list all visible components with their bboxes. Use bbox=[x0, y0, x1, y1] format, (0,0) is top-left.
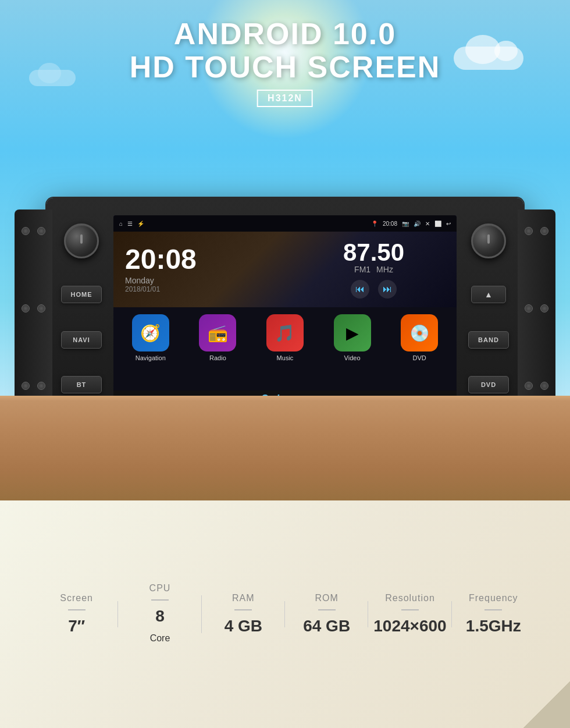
close-icon[interactable]: ✕ bbox=[425, 221, 430, 227]
eject-button[interactable]: ▲ bbox=[471, 286, 506, 303]
status-time: 20:08 bbox=[383, 221, 397, 227]
bracket-left bbox=[15, 209, 52, 407]
windows-icon[interactable]: ⬜ bbox=[434, 221, 441, 227]
radio-controls: ⏮ ⏭ bbox=[351, 280, 397, 299]
right-controls: ▲ BAND DVD bbox=[459, 198, 518, 419]
navi-btn-group: NAVI bbox=[61, 331, 102, 349]
radio-frequency: 87.50 bbox=[343, 240, 404, 265]
dvd-button[interactable]: DVD bbox=[468, 376, 509, 393]
back-icon[interactable]: ↩ bbox=[446, 221, 451, 227]
screen-content: 20:08 Monday 2018/01/01 87.50 FM1 MHz bbox=[113, 232, 457, 407]
navi-button[interactable]: NAVI bbox=[61, 331, 102, 349]
prev-button[interactable]: ⏮ bbox=[351, 280, 369, 299]
band-btn-group: BAND bbox=[468, 331, 509, 349]
spec-ram: RAM 4 GB bbox=[202, 593, 285, 636]
title-hd: HD TOUCH SCREEN bbox=[130, 51, 441, 84]
spec-divider bbox=[151, 599, 169, 601]
nav-label: Navigation bbox=[136, 354, 166, 361]
table-surface bbox=[0, 396, 570, 500]
spec-cpu-label: CPU bbox=[149, 583, 171, 594]
radio-band-info: FM1 MHz bbox=[354, 265, 393, 274]
left-controls: HOME NAVI BT bbox=[52, 198, 111, 419]
screen-area: ⌂ ☰ ⚡ 📍 20:08 📷 🔊 ✕ ⬜ ↩ bbox=[113, 215, 457, 407]
spec-divider bbox=[68, 609, 86, 610]
home-button[interactable]: HOME bbox=[61, 286, 102, 303]
app-radio[interactable]: 📻 Radio bbox=[199, 314, 236, 383]
bt-btn-group: BT bbox=[61, 376, 102, 393]
top-section: ANDROID 10.0 HD TOUCH SCREEN H312N bbox=[0, 0, 570, 500]
radio-icon: 📻 bbox=[199, 314, 236, 351]
cloud-1 bbox=[454, 47, 523, 70]
radio-band-label: FM1 bbox=[354, 265, 370, 274]
dvd-icon: 💿 bbox=[401, 314, 438, 351]
spec-rom-label: ROM bbox=[315, 593, 338, 603]
volume-icon[interactable]: 🔊 bbox=[414, 221, 421, 227]
specs-section: Screen 7″ CPU 8Core RAM 4 GB ROM 64 GB R… bbox=[0, 500, 570, 728]
bt-button[interactable]: BT bbox=[61, 376, 102, 393]
screw bbox=[525, 227, 533, 235]
right-knob[interactable] bbox=[471, 223, 506, 258]
screw bbox=[540, 304, 548, 312]
radio-section: 87.50 FM1 MHz ⏮ ⏭ bbox=[291, 232, 457, 307]
title-android: ANDROID 10.0 bbox=[130, 17, 441, 51]
band-button[interactable]: BAND bbox=[468, 331, 509, 349]
status-left: ⌂ ☰ ⚡ bbox=[119, 221, 144, 227]
home-btn-group: HOME bbox=[61, 286, 102, 303]
nav-icon: 🧭 bbox=[132, 314, 169, 351]
app-music[interactable]: 🎵 Music bbox=[266, 314, 304, 383]
video-label: Video bbox=[344, 354, 361, 361]
unit-body: HOME NAVI BT ▲ BAND DVD bbox=[47, 198, 523, 419]
spec-frequency-label: Frequency bbox=[469, 593, 518, 603]
location-icon: 📍 bbox=[371, 221, 378, 227]
spec-divider bbox=[401, 609, 419, 610]
screw bbox=[37, 304, 45, 312]
clock-radio-section: 20:08 Monday 2018/01/01 87.50 FM1 MHz bbox=[113, 232, 457, 307]
app-video[interactable]: ▶ Video bbox=[334, 314, 371, 383]
spec-divider bbox=[318, 609, 336, 610]
app-dvd[interactable]: 💿 DVD bbox=[401, 314, 438, 383]
spec-rom-value: 64 GB bbox=[303, 616, 350, 636]
next-button[interactable]: ⏭ bbox=[378, 280, 397, 299]
spec-resolution: Resolution 1024×600 bbox=[368, 593, 451, 636]
screw bbox=[22, 227, 30, 235]
spec-ram-value: 4 GB bbox=[225, 616, 262, 636]
dvd-btn-group: DVD bbox=[468, 376, 509, 393]
spec-rom: ROM 64 GB bbox=[285, 593, 368, 636]
clock-date: 2018/01/01 bbox=[125, 285, 279, 293]
screw bbox=[540, 382, 548, 390]
usb-icon: ⚡ bbox=[137, 221, 144, 227]
screw bbox=[22, 304, 30, 312]
left-knob[interactable] bbox=[64, 223, 99, 258]
status-bar: ⌂ ☰ ⚡ 📍 20:08 📷 🔊 ✕ ⬜ ↩ bbox=[113, 215, 457, 232]
camera-icon: 📷 bbox=[402, 221, 409, 227]
radio-unit: MHz bbox=[376, 265, 393, 274]
spec-divider bbox=[484, 609, 502, 610]
spec-frequency-value: 1.5GHz bbox=[466, 616, 521, 636]
spec-frequency: Frequency 1.5GHz bbox=[452, 593, 535, 636]
screw bbox=[540, 227, 548, 235]
screw bbox=[525, 382, 533, 390]
spec-screen: Screen 7″ bbox=[35, 593, 118, 636]
menu-icon[interactable]: ☰ bbox=[127, 221, 133, 227]
spec-cpu-value: 8Core bbox=[150, 606, 170, 645]
radio-label: Radio bbox=[209, 354, 226, 361]
spec-divider bbox=[234, 609, 252, 610]
home-icon[interactable]: ⌂ bbox=[119, 221, 123, 227]
screw bbox=[37, 227, 45, 235]
dvd-label: DVD bbox=[413, 354, 426, 361]
spec-resolution-value: 1024×600 bbox=[373, 616, 446, 636]
app-grid: 🧭 Navigation 📻 Radio 🎵 Music bbox=[113, 307, 457, 390]
android-screen: ⌂ ☰ ⚡ 📍 20:08 📷 🔊 ✕ ⬜ ↩ bbox=[113, 215, 457, 407]
screw bbox=[525, 304, 533, 312]
status-right: 📍 20:08 📷 🔊 ✕ ⬜ ↩ bbox=[371, 221, 451, 227]
model-badge: H312N bbox=[257, 90, 313, 107]
header-area: ANDROID 10.0 HD TOUCH SCREEN H312N bbox=[130, 17, 441, 107]
spec-cpu: CPU 8Core bbox=[118, 583, 201, 645]
spec-ram-label: RAM bbox=[232, 593, 255, 603]
clock-section: 20:08 Monday 2018/01/01 bbox=[113, 232, 291, 307]
screw bbox=[22, 382, 30, 390]
music-icon: 🎵 bbox=[266, 314, 304, 351]
clock-time: 20:08 bbox=[125, 246, 279, 274]
app-navigation[interactable]: 🧭 Navigation bbox=[132, 314, 169, 383]
video-icon: ▶ bbox=[334, 314, 371, 351]
